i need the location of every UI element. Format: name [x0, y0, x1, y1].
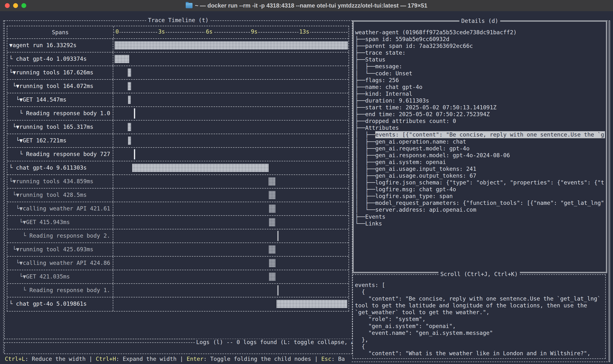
- span-row[interactable]: └▼GET 144.547ms: [7, 93, 349, 107]
- scroll-panel[interactable]: Scroll (Ctrl+J, Ctrl+K) events: [ { "con…: [352, 274, 606, 359]
- span-timeline-track: [113, 243, 349, 256]
- span-duration-bar: [269, 191, 275, 199]
- details-tree-line[interactable]: ├──Attributes: [355, 124, 605, 131]
- minimize-button[interactable]: [13, 3, 18, 8]
- span-row[interactable]: └▼running tools 167.626ms: [7, 66, 349, 80]
- span-row[interactable]: └▼GET 415.943ms: [7, 216, 349, 229]
- scroll-line: events: [: [355, 282, 604, 288]
- span-duration-bar: [134, 108, 135, 118]
- terminal-window: ~ — docker run --rm -it -p 4318:4318 --n…: [0, 0, 613, 364]
- span-timeline-track: [113, 202, 349, 215]
- details-tree-line[interactable]: │ ├──logfire.span_type: span: [355, 193, 605, 199]
- details-tree-line[interactable]: │ ├──gen_ai.response.model: gpt-4o-2024-…: [355, 152, 605, 159]
- details-tree-line[interactable]: ├──Events: [355, 213, 605, 220]
- tree-line-text: logfire.msg: chat gpt-4o: [375, 186, 456, 193]
- timeline-axis-tick: 0: [115, 28, 120, 35]
- details-tree[interactable]: weather-agent (01968ff972a5b53cede738dc9…: [355, 22, 605, 271]
- tree-branch-glyph: ├──: [355, 124, 365, 131]
- span-row[interactable]: └▼running tool 165.317ms: [7, 120, 349, 134]
- span-row[interactable]: └▼running tool 425.693ms: [7, 243, 349, 257]
- scroll-content[interactable]: events: [ { "content": "Be concise, repl…: [355, 275, 604, 358]
- details-tree-line[interactable]: │ ├──logfire.msg: chat gpt-4o: [355, 186, 605, 193]
- details-tree-line[interactable]: ├──span id: 559ab5e9cc60932d: [355, 36, 605, 42]
- span-row[interactable]: └▼running tools 434.859ms: [7, 175, 349, 189]
- span-row[interactable]: └ Reading response body 2.: [7, 229, 349, 243]
- details-tree-line[interactable]: │ └──code: Unset: [355, 70, 605, 77]
- span-timeline-track: [113, 39, 349, 52]
- details-tree-line[interactable]: │ ├──gen_ai.usage.input_tokens: 241: [355, 166, 605, 172]
- details-tree-line[interactable]: │ └──server.address: api.openai.com: [355, 206, 605, 213]
- details-tree-line[interactable]: │ ├──gen_ai.request.model: gpt-4o: [355, 145, 605, 152]
- details-tree-line[interactable]: ├──parent span id: 7aa32363692ec66c: [355, 42, 605, 49]
- details-tree-line[interactable]: │ ├──model_request_parameters: {"functio…: [355, 199, 605, 206]
- span-row[interactable]: └ chat gpt-4o 5.019861s: [7, 298, 349, 311]
- span-label: └▼running tool 165.317ms: [7, 120, 113, 134]
- span-row[interactable]: └▼calling weather API 421.61: [7, 202, 349, 216]
- span-label: └ chat gpt-4o 9.611303s: [7, 161, 113, 174]
- span-row[interactable]: └▼running tool 164.072ms: [7, 80, 349, 93]
- details-tree-line[interactable]: ├──flags: 256: [355, 77, 605, 84]
- span-duration-bar: [269, 246, 275, 254]
- details-tree-line[interactable]: weather-agent (01968ff972a5b53cede738dc9…: [355, 29, 605, 36]
- details-tree-line[interactable]: ├──Status: [355, 56, 605, 63]
- outer-frame-left: [3, 20, 4, 353]
- details-tree-line[interactable]: │ ├──gen_ai.system: openai: [355, 159, 605, 166]
- close-button[interactable]: [5, 3, 10, 8]
- tree-branch-glyph: ├──: [355, 117, 365, 124]
- details-tree-line[interactable]: ├──kind: Internal: [355, 91, 605, 97]
- tree-branch-glyph: ├──: [355, 97, 365, 104]
- span-duration-bar: [128, 96, 131, 104]
- outer-frame-right: [609, 20, 610, 362]
- span-row[interactable]: └ chat gpt-4o 1.093374s: [7, 52, 349, 66]
- scroll-line: "content": "Be concise, reply with one s…: [355, 295, 604, 302]
- span-row[interactable]: └ Reading response body 727: [7, 148, 349, 161]
- span-label: └▼running tool 425.693ms: [7, 243, 113, 256]
- tree-branch-glyph: │ ├──: [355, 179, 375, 186]
- tree-branch-glyph: │ └──: [355, 70, 375, 77]
- span-row[interactable]: └ Reading response body 1.0: [7, 107, 349, 120]
- outer-frame-bottom: [352, 362, 610, 362]
- details-tree-line[interactable]: │ ├──events: [{"content": "Be concise, r…: [355, 131, 605, 138]
- details-tree-line[interactable]: │ ├──logfire.json_schema: {"type": "obje…: [355, 179, 605, 186]
- details-tree-line[interactable]: ├──duration: 9.611303s: [355, 97, 605, 104]
- status-key-description: : Expand the width |: [116, 356, 187, 362]
- details-tree-line[interactable]: │ ├──message:: [355, 63, 605, 70]
- span-row[interactable]: └ Reading response body 1.: [7, 284, 349, 298]
- tree-branch-glyph: │ ├──: [355, 145, 375, 152]
- span-label: └▼calling weather API 421.61: [7, 202, 113, 215]
- span-row[interactable]: └▼GET 421.035ms: [7, 270, 349, 284]
- scroll-line: "event.name": "gen_ai.system.message": [355, 329, 604, 336]
- trace-timeline-panel: Trace Timeline (t) Spans 03s6s9s13s ▼age…: [4, 20, 352, 339]
- zoom-button[interactable]: [21, 3, 26, 8]
- spans-column-header: Spans: [7, 26, 114, 39]
- span-row[interactable]: └ chat gpt-4o 9.611303s: [7, 161, 349, 175]
- details-tree-line[interactable]: ├──trace state:: [355, 49, 605, 56]
- timeline-axis-tick: 3s: [157, 28, 166, 35]
- status-key-label: Ctrl+L: [5, 356, 25, 362]
- span-row[interactable]: └▼running tool 428.5ms: [7, 189, 349, 202]
- span-row[interactable]: └▼GET 162.721ms: [7, 134, 349, 148]
- span-row[interactable]: └▼calling weather API 424.86: [7, 257, 349, 270]
- details-tree-line[interactable]: │ ├──gen_ai.usage.output_tokens: 67: [355, 172, 605, 179]
- traffic-lights: [5, 3, 26, 8]
- logs-panel[interactable]: Logs (l) -- 0 logs found (L: toggle coll…: [4, 342, 352, 354]
- span-label: └▼GET 162.721ms: [7, 134, 113, 147]
- spans-table-header: Spans 03s6s9s13s: [7, 26, 349, 39]
- tree-branch-glyph: ├──: [355, 49, 365, 56]
- span-label: └▼running tools 167.626ms: [7, 66, 113, 79]
- details-tree-line[interactable]: └──Links: [355, 220, 605, 227]
- details-tree-line[interactable]: │ ├──gen_ai.operation.name: chat: [355, 138, 605, 145]
- tree-branch-glyph: │ ├──: [355, 159, 375, 166]
- tree-branch-glyph: │ ├──: [355, 193, 375, 199]
- details-tree-line[interactable]: ├──name: chat gpt-4o: [355, 84, 605, 91]
- details-panel[interactable]: Details (d) weather-agent (01968ff972a5b…: [352, 20, 607, 273]
- details-tree-line[interactable]: ├──end time: 2025-05-02 07:50:22.752394Z: [355, 111, 605, 117]
- span-duration-bar: [269, 218, 275, 226]
- span-row[interactable]: ▼agent run 16.33292s: [7, 39, 349, 52]
- span-label: └▼running tools 434.859ms: [7, 175, 113, 188]
- details-tree-line[interactable]: ├──dropped attributes count: 0: [355, 117, 605, 124]
- tree-branch-glyph: │ ├──: [355, 172, 375, 179]
- details-tree-line[interactable]: ├──start time: 2025-05-02 07:50:13.14109…: [355, 104, 605, 111]
- span-timeline-track: [113, 80, 349, 93]
- span-duration-bar: [277, 285, 279, 296]
